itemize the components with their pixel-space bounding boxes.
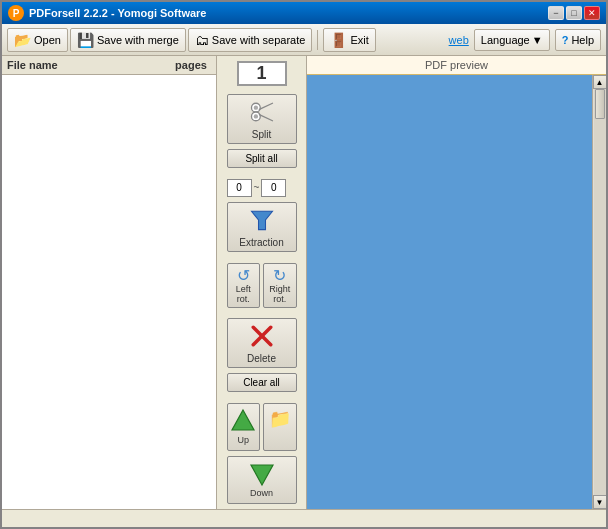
save-merge-button[interactable]: 💾 Save with merge xyxy=(70,28,186,52)
title-bar-left: P PDForsell 2.2.2 - Yomogi Software xyxy=(8,5,206,21)
open-button[interactable]: 📂 Open xyxy=(7,28,68,52)
toolbar-separator xyxy=(317,30,318,50)
delete-button[interactable]: Delete xyxy=(227,318,297,368)
exit-icon: 🚪 xyxy=(330,32,347,48)
right-rotate-icon: ↻ xyxy=(273,266,286,285)
toolbar: 📂 Open 💾 Save with merge 🗂 Save with sep… xyxy=(2,24,606,56)
help-button[interactable]: ? Help xyxy=(555,29,601,51)
save-separate-icon: 🗂 xyxy=(195,32,209,48)
delete-icon xyxy=(248,322,276,352)
file-panel: File name pages xyxy=(2,56,217,509)
file-name-column-header: File name xyxy=(7,59,171,71)
preview-header-label: PDF preview xyxy=(425,59,488,71)
open-icon: 📂 xyxy=(14,32,31,48)
svg-line-5 xyxy=(259,115,272,121)
left-rotate-icon: ↺ xyxy=(237,266,250,285)
left-rotate-button[interactable]: ↺ Leftrot. xyxy=(227,263,261,308)
help-label: Help xyxy=(571,34,594,46)
exit-button[interactable]: 🚪 Exit xyxy=(323,28,375,52)
down-label: Down xyxy=(250,489,273,499)
range-to-input[interactable] xyxy=(261,179,286,197)
funnel-icon xyxy=(248,206,276,236)
svg-marker-9 xyxy=(232,410,254,430)
toolbar-right: web Language ▼ ? Help xyxy=(449,29,601,51)
main-content: File name pages 1 xyxy=(2,56,606,509)
language-dropdown-icon: ▼ xyxy=(532,34,543,46)
up-label: Up xyxy=(237,436,249,446)
svg-line-4 xyxy=(259,103,272,109)
window-controls: − □ ✕ xyxy=(548,6,600,20)
split-label: Split xyxy=(252,129,271,140)
up-icon xyxy=(230,408,256,436)
scroll-thumb[interactable] xyxy=(595,89,605,119)
scroll-up-arrow[interactable]: ▲ xyxy=(593,75,607,89)
pages-column-header: pages xyxy=(171,59,211,71)
minimize-button[interactable]: − xyxy=(548,6,564,20)
svg-point-3 xyxy=(253,114,257,118)
down-icon xyxy=(249,461,275,489)
folder-button[interactable]: 📁 xyxy=(263,403,297,451)
scroll-down-arrow[interactable]: ▼ xyxy=(593,495,607,509)
delete-label: Delete xyxy=(247,353,276,364)
page-number: 1 xyxy=(256,63,266,84)
exit-label: Exit xyxy=(350,34,368,46)
help-icon: ? xyxy=(562,34,569,46)
down-button[interactable]: Down xyxy=(227,456,297,504)
close-button[interactable]: ✕ xyxy=(584,6,600,20)
right-rotate-button[interactable]: ↻ Rightrot. xyxy=(263,263,297,308)
split-button[interactable]: Split xyxy=(227,94,297,144)
maximize-button[interactable]: □ xyxy=(566,6,582,20)
scroll-track xyxy=(594,89,606,495)
clear-all-button[interactable]: Clear all xyxy=(227,373,297,392)
nav-row: Up 📁 xyxy=(227,403,297,451)
save-merge-icon: 💾 xyxy=(77,32,94,48)
range-separator: ~ xyxy=(254,182,260,193)
left-rotate-label: Leftrot. xyxy=(236,285,251,305)
open-label: Open xyxy=(34,34,61,46)
save-separate-button[interactable]: 🗂 Save with separate xyxy=(188,28,313,52)
extraction-button[interactable]: Extraction xyxy=(227,202,297,252)
file-list[interactable] xyxy=(2,75,216,509)
preview-header: PDF preview xyxy=(307,56,606,75)
folder-icon: 📁 xyxy=(269,408,291,430)
up-button[interactable]: Up xyxy=(227,403,261,451)
svg-marker-10 xyxy=(251,465,273,485)
web-link[interactable]: web xyxy=(449,34,469,46)
range-from-input[interactable] xyxy=(227,179,252,197)
extraction-label: Extraction xyxy=(239,237,283,248)
controls-panel: 1 Split Split all xyxy=(217,56,307,509)
page-number-display: 1 xyxy=(237,61,287,86)
svg-marker-6 xyxy=(251,211,272,229)
rotation-row: ↺ Leftrot. ↻ Rightrot. xyxy=(227,263,297,308)
file-panel-header: File name pages xyxy=(2,56,216,75)
preview-content: ▲ ▼ xyxy=(307,75,606,509)
nav-row-2: Down xyxy=(227,456,297,504)
app-window: P PDForsell 2.2.2 - Yomogi Software − □ … xyxy=(0,0,608,529)
split-all-button[interactable]: Split all xyxy=(227,149,297,168)
save-separate-label: Save with separate xyxy=(212,34,306,46)
language-button[interactable]: Language ▼ xyxy=(474,29,550,51)
window-title: PDForsell 2.2.2 - Yomogi Software xyxy=(29,7,206,19)
preview-panel: PDF preview ▲ ▼ xyxy=(307,56,606,509)
preview-scrollbar: ▲ ▼ xyxy=(592,75,606,509)
app-icon: P xyxy=(8,5,24,21)
right-rotate-label: Rightrot. xyxy=(269,285,290,305)
save-merge-label: Save with merge xyxy=(97,34,179,46)
svg-point-2 xyxy=(253,105,257,109)
scissors-icon xyxy=(248,98,276,128)
status-bar xyxy=(2,509,606,527)
range-row: ~ xyxy=(227,179,297,197)
language-label: Language xyxy=(481,34,530,46)
title-bar: P PDForsell 2.2.2 - Yomogi Software − □ … xyxy=(2,2,606,24)
